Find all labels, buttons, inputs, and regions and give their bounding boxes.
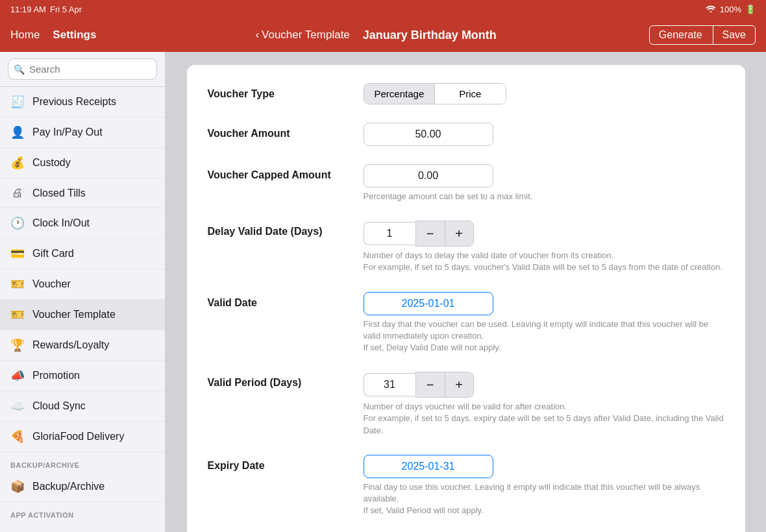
- settings-button[interactable]: Settings: [53, 29, 96, 42]
- clock-in-out-icon: 🕐: [10, 216, 25, 230]
- voucher-icon: 🎫: [10, 277, 25, 291]
- sidebar-item-voucher[interactable]: 🎫 Voucher: [0, 269, 165, 300]
- sidebar-item-label: Clock In/Out: [32, 217, 90, 229]
- app-body: 🔍 🧾 Previous Receipts 👤 Pay In/Pay Out 💰…: [0, 52, 766, 532]
- expiry-date-row: Expiry Date Final day to use this vouche…: [208, 455, 724, 517]
- sidebar-item-label: Voucher Template: [32, 309, 116, 320]
- valid-date-label: Valid Date: [208, 292, 364, 309]
- voucher-type-row: Voucher Type Percentage Price: [208, 83, 724, 104]
- valid-period-decrement-btn[interactable]: −: [416, 372, 445, 397]
- previous-receipts-icon: 🧾: [10, 95, 25, 109]
- generate-button[interactable]: Generate: [650, 26, 711, 44]
- sidebar-item-voucher-template[interactable]: 🎫 Voucher Template: [0, 300, 165, 330]
- sidebar-item-cloud-sync[interactable]: ☁️ Cloud Sync: [0, 391, 165, 422]
- sidebar-item-clock-in-out[interactable]: 🕐 Clock In/Out: [0, 208, 165, 239]
- voucher-amount-row: Voucher Amount: [208, 123, 724, 146]
- sidebar-item-promotion[interactable]: 📣 Promotion: [0, 361, 165, 391]
- voucher-amount-input[interactable]: [364, 123, 493, 146]
- sidebar-item-label: Backup/Archive: [32, 481, 105, 492]
- home-button[interactable]: Home: [10, 29, 40, 42]
- promotion-icon: 📣: [10, 369, 25, 383]
- sidebar-item-rewards-loyalty[interactable]: 🏆 Rewards/Loyalty: [0, 330, 165, 361]
- delay-valid-date-input[interactable]: [364, 222, 415, 245]
- voucher-capped-amount-row: Voucher Capped Amount Percentage amount …: [208, 164, 724, 202]
- sidebar-item-label: Closed Tills: [32, 187, 86, 199]
- sidebar-item-gift-card[interactable]: 💳 Gift Card: [0, 239, 165, 269]
- expiry-date-control: Final day to use this voucher. Leaving i…: [364, 455, 724, 517]
- voucher-template-icon: 🎫: [10, 308, 25, 322]
- back-button[interactable]: ‹ Voucher Template: [255, 29, 349, 42]
- app-activation-section-label: APP ACTIVATION: [0, 502, 165, 522]
- voucher-capped-amount-input[interactable]: [364, 164, 493, 187]
- sidebar-item-label: Cloud Sync: [32, 400, 86, 412]
- delay-valid-date-hint: Number of days to delay the valid date o…: [364, 250, 724, 273]
- closed-tills-icon: 🖨: [10, 186, 25, 200]
- gloriafood-icon: 🍕: [10, 429, 25, 444]
- voucher-amount-control: [364, 123, 724, 146]
- expiry-date-hint: Final day to use this voucher. Leaving i…: [364, 481, 724, 517]
- sidebar-item-label: Gift Card: [32, 248, 74, 260]
- backup-archive-section-label: BACKUP/ARCHIVE: [0, 452, 165, 472]
- main-content: Voucher Type Percentage Price Voucher Am…: [166, 52, 766, 532]
- nav-bar: Home Settings ‹ Voucher Template January…: [0, 18, 766, 52]
- sidebar-item-backup-archive[interactable]: 📦 Backup/Archive: [0, 472, 165, 502]
- sidebar-item-closed-tills[interactable]: 🖨 Closed Tills: [0, 178, 165, 208]
- sidebar-item-label: GloriaFood Delivery: [32, 431, 124, 442]
- battery-icon: 🔋: [745, 5, 756, 14]
- nav-actions: Generate Save: [649, 25, 756, 45]
- valid-period-increment-btn[interactable]: +: [445, 372, 473, 397]
- rewards-loyalty-icon: 🏆: [10, 338, 25, 352]
- backup-archive-icon: 📦: [10, 479, 25, 494]
- valid-period-input[interactable]: [364, 373, 415, 396]
- content-card: Voucher Type Percentage Price Voucher Am…: [187, 65, 745, 532]
- valid-date-hint: First day that the voucher can be used. …: [364, 319, 724, 354]
- status-time: 11:19 AM: [10, 5, 46, 14]
- valid-period-stepper: − +: [364, 372, 724, 398]
- valid-period-stepper-btns: − +: [415, 372, 474, 398]
- sidebar-item-label: Previous Receipts: [32, 96, 116, 108]
- valid-period-label: Valid Period (Days): [208, 372, 364, 389]
- expiry-date-input[interactable]: [364, 455, 493, 478]
- sidebar-item-previous-receipts[interactable]: 🧾 Previous Receipts: [0, 87, 165, 117]
- voucher-capped-amount-control: Percentage amount can be set to a max li…: [364, 164, 724, 202]
- sidebar-item-gloriafood[interactable]: 🍕 GloriaFood Delivery: [0, 422, 165, 452]
- sidebar-item-label: Rewards/Loyalty: [32, 339, 109, 351]
- custody-icon: 💰: [10, 156, 25, 170]
- sidebar: 🔍 🧾 Previous Receipts 👤 Pay In/Pay Out 💰…: [0, 52, 166, 532]
- expiry-date-label: Expiry Date: [208, 455, 364, 472]
- sidebar-item-custody[interactable]: 💰 Custody: [0, 148, 165, 178]
- valid-date-input[interactable]: [364, 292, 493, 315]
- delay-valid-date-label: Delay Valid Date (Days): [208, 221, 364, 237]
- sidebar-item-label: Pay In/Pay Out: [32, 127, 103, 138]
- sidebar-item-pay-in-out[interactable]: 👤 Pay In/Pay Out: [0, 117, 165, 148]
- cloud-sync-icon: ☁️: [10, 399, 25, 413]
- valid-period-row: Valid Period (Days) − + Number of days v…: [208, 372, 724, 437]
- status-date: Fri 5 Apr: [50, 5, 82, 14]
- delay-valid-date-row: Delay Valid Date (Days) − + Number of da…: [208, 221, 724, 273]
- pay-in-out-icon: 👤: [10, 125, 25, 139]
- delay-valid-date-decrement-btn[interactable]: −: [416, 221, 445, 246]
- save-button[interactable]: Save: [713, 26, 755, 44]
- valid-date-row: Valid Date First day that the voucher ca…: [208, 292, 724, 354]
- search-input[interactable]: [8, 58, 157, 80]
- voucher-type-label: Voucher Type: [208, 83, 364, 100]
- status-bar: 11:19 AM Fri 5 Apr 100% 🔋: [0, 0, 766, 18]
- delay-valid-date-stepper-btns: − +: [415, 221, 474, 247]
- gift-card-icon: 💳: [10, 247, 25, 261]
- valid-date-control: First day that the voucher can be used. …: [364, 292, 724, 354]
- voucher-capped-amount-hint: Percentage amount can be set to a max li…: [364, 191, 724, 202]
- search-icon: 🔍: [14, 64, 25, 75]
- valid-period-hint: Number of days voucher will be valid for…: [364, 401, 724, 437]
- delay-valid-date-increment-btn[interactable]: +: [445, 221, 473, 246]
- voucher-type-price-btn[interactable]: Price: [434, 84, 505, 104]
- voucher-capped-amount-label: Voucher Capped Amount: [208, 164, 364, 181]
- delay-valid-date-stepper: − +: [364, 221, 724, 247]
- voucher-type-segmented: Percentage Price: [364, 83, 506, 104]
- voucher-type-percentage-btn[interactable]: Percentage: [364, 84, 435, 104]
- voucher-type-control: Percentage Price: [364, 83, 724, 104]
- delay-valid-date-control: − + Number of days to delay the valid da…: [364, 221, 724, 273]
- sidebar-item-label: Custody: [32, 157, 71, 169]
- back-chevron-icon: ‹: [255, 29, 259, 42]
- sidebar-item-label: Promotion: [32, 370, 80, 381]
- page-title: January Birthday Month: [363, 29, 497, 42]
